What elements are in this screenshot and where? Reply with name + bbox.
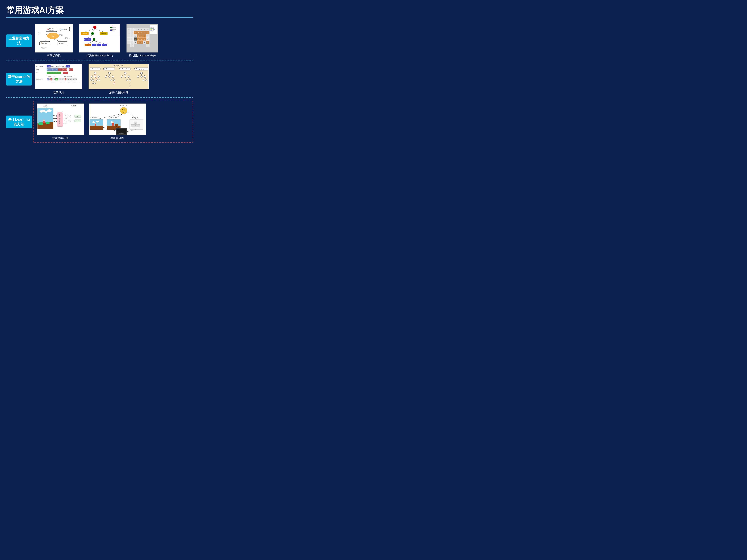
- svg-text:Tactic for State 1: Tactic for State 1: [48, 76, 56, 77]
- svg-text:near: near: [52, 36, 54, 37]
- svg-text:Action: Action: [112, 30, 114, 31]
- svg-text:Action: Action: [132, 117, 136, 118]
- svg-text:Chromosome:: Chromosome:: [36, 79, 43, 80]
- divider-2: [6, 97, 193, 98]
- svg-text:State m: State m: [62, 66, 66, 67]
- svg-text:State: State: [36, 69, 39, 70]
- svg-point-378: [110, 122, 113, 123]
- svg-point-338: [65, 123, 67, 125]
- category-learning: 基于Learning 的方法: [6, 115, 32, 128]
- caption-ga: 遗传算法: [53, 90, 64, 94]
- svg-point-294: [126, 79, 128, 81]
- svg-point-256: [98, 76, 100, 78]
- svg-text:→: →: [94, 39, 95, 40]
- svg-point-287: [124, 72, 126, 74]
- svg-point-282: [113, 79, 115, 81]
- svg-text:Enemy near: Enemy near: [82, 33, 87, 34]
- svg-point-261: [92, 79, 94, 81]
- svg-text:input: input: [44, 105, 47, 106]
- svg-text:hit down: hit down: [93, 45, 96, 46]
- svg-text:4: 4: [144, 35, 145, 37]
- svg-text:4: 4: [147, 35, 148, 37]
- svg-point-275: [105, 76, 107, 78]
- search-content: Chromosome Start State 1 State 2 ... Sta…: [35, 64, 193, 94]
- svg-text:Chromosome: Chromosome: [36, 66, 43, 67]
- svg-text:Entry: Entry: [98, 45, 100, 46]
- svg-point-372: [92, 122, 95, 123]
- svg-text:↓: ↓: [135, 125, 136, 127]
- svg-point-276: [108, 76, 110, 78]
- caption-im: 势力图(Influence Map): [129, 54, 156, 57]
- svg-text:image: image: [44, 106, 47, 108]
- svg-text:1: 1: [132, 32, 132, 34]
- svg-point-260: [90, 79, 92, 81]
- svg-point-358: [120, 107, 127, 114]
- svg-text:Parameter 2: Parameter 2: [56, 72, 61, 73]
- svg-point-340: [69, 120, 71, 122]
- svg-text:possible: possible: [71, 105, 76, 106]
- svg-rect-327: [43, 119, 45, 121]
- svg-text:🎯: 🎯: [47, 28, 49, 30]
- svg-text:are low: are low: [50, 31, 53, 32]
- svg-text:Selection: Selection: [92, 68, 98, 70]
- svg-rect-134: [127, 41, 130, 44]
- svg-text:healthpoints: healthpoints: [49, 30, 54, 31]
- svg-text:find aid: find aid: [49, 28, 53, 29]
- svg-text:Gene x.1: Gene x.1: [59, 69, 62, 70]
- bt-image: Selector Sequence Condition Action ? Ene…: [79, 24, 120, 52]
- svg-text:attacking back: attacking back: [63, 38, 70, 39]
- svg-text:Observation: Observation: [90, 117, 97, 118]
- svg-text:3: 3: [135, 42, 135, 43]
- card-fsm: find aid healthpoints are low evade wand…: [35, 24, 73, 57]
- svg-point-263: [99, 79, 100, 81]
- svg-text:4: 4: [135, 32, 135, 34]
- svg-text:E: E: [65, 79, 66, 80]
- svg-text:player is: player is: [51, 34, 55, 36]
- card-rl: Agent State Sat Observation O t Reward: [89, 104, 146, 140]
- svg-text:1: 1: [132, 45, 132, 46]
- svg-text:🧍: 🧍: [134, 38, 136, 40]
- svg-text:1: 1: [147, 29, 148, 30]
- svg-text:Gene 3.1: Gene 3.1: [68, 82, 72, 83]
- learning-content: input image possible actions: [33, 101, 193, 143]
- svg-text:player is: player is: [60, 34, 63, 35]
- svg-rect-375: [95, 123, 96, 124]
- svg-rect-76: [151, 29, 152, 30]
- svg-text:O: O: [98, 117, 99, 118]
- svg-text:Agent State: Agent State: [120, 105, 127, 106]
- caption-bt: 行为树(Behavior Tree): [86, 54, 113, 57]
- svg-text:4: 4: [144, 42, 145, 43]
- svg-text:Parameter n: Parameter n: [63, 72, 68, 73]
- svg-text:jump?: jump?: [76, 120, 80, 122]
- svg-rect-380: [113, 122, 114, 123]
- svg-rect-32: [110, 26, 112, 26]
- svg-text:S: S: [127, 132, 128, 133]
- svg-point-336: [65, 117, 67, 119]
- svg-text:End: End: [67, 66, 69, 67]
- card-ga: Chromosome Start State 1 State 2 ... Sta…: [35, 64, 82, 94]
- svg-point-253: [94, 72, 96, 74]
- card-mcts: Repeated X times Selection Expansion Sim…: [88, 64, 149, 94]
- svg-text:Sand up: Sand up: [103, 45, 106, 46]
- svg-point-295: [129, 79, 131, 81]
- svg-text:3: 3: [138, 38, 139, 40]
- ga-image: Chromosome Start State 1 State 2 ... Sta…: [35, 64, 82, 89]
- svg-text:Condition: Condition: [112, 29, 115, 30]
- svg-text:3: 3: [132, 38, 132, 40]
- svg-rect-374: [95, 124, 96, 126]
- svg-point-298: [140, 72, 143, 74]
- svg-text:Sequence: Sequence: [112, 27, 116, 28]
- svg-text:4: 4: [147, 42, 148, 43]
- svg-text:3: 3: [132, 35, 132, 37]
- svg-text:←: ←: [132, 125, 133, 127]
- svg-point-274: [108, 72, 110, 74]
- svg-text:1: 1: [144, 29, 145, 30]
- svg-text:Start: Start: [47, 79, 49, 80]
- svg-text:4: 4: [147, 32, 148, 34]
- svg-text:4: 4: [141, 38, 142, 40]
- svg-text:wander: wander: [42, 43, 47, 44]
- svg-text:3: 3: [138, 35, 139, 37]
- svg-rect-74: [151, 28, 152, 29]
- svg-text:4: 4: [138, 32, 139, 34]
- svg-text:Gene x.2: Gene x.2: [63, 69, 67, 70]
